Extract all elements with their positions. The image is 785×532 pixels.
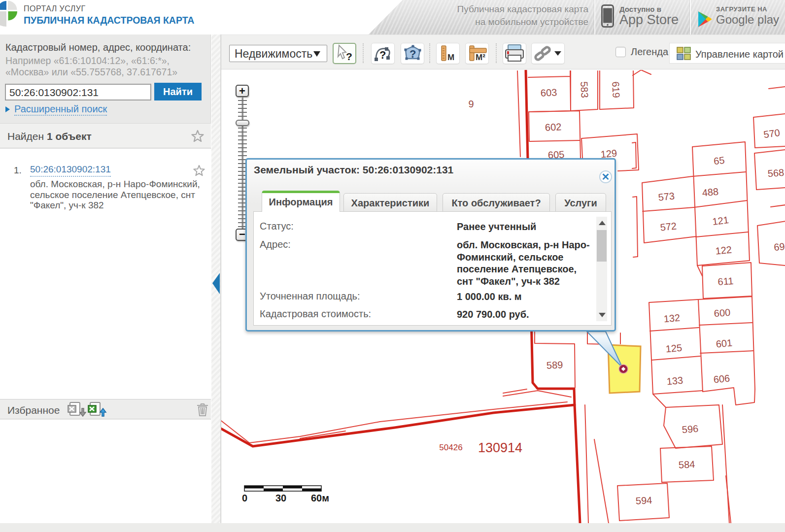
svg-text:573: 573 [658, 190, 675, 202]
svg-text:?: ? [346, 51, 352, 62]
svg-text:572: 572 [660, 220, 677, 233]
svg-text:583: 583 [579, 81, 590, 98]
svg-text:594: 594 [635, 495, 652, 506]
svg-text:601: 601 [716, 337, 733, 350]
svg-text:М: М [447, 53, 454, 62]
svg-text:50426: 50426 [439, 443, 462, 452]
svg-text:596: 596 [682, 423, 699, 435]
svg-text:602: 602 [545, 121, 561, 133]
svg-text:488: 488 [702, 186, 719, 199]
svg-text:?: ? [379, 49, 386, 61]
svg-text:600: 600 [714, 307, 731, 319]
svg-text:584: 584 [678, 459, 695, 470]
svg-text:568: 568 [767, 167, 785, 179]
svg-text:611: 611 [717, 275, 734, 287]
svg-text:125: 125 [665, 342, 683, 355]
svg-text:М²: М² [476, 53, 485, 62]
svg-text:121: 121 [712, 214, 729, 227]
svg-text:122: 122 [715, 244, 732, 256]
svg-text:69: 69 [773, 241, 785, 253]
svg-text:133: 133 [666, 375, 683, 387]
svg-text:65: 65 [713, 155, 725, 166]
svg-text:606: 606 [713, 373, 730, 385]
svg-text:589: 589 [546, 359, 563, 371]
svg-text:?: ? [410, 48, 416, 60]
svg-text:603: 603 [540, 87, 557, 99]
svg-text:130914: 130914 [478, 440, 522, 455]
svg-text:9: 9 [468, 99, 474, 109]
svg-text:570: 570 [763, 127, 781, 140]
svg-text:619: 619 [610, 81, 622, 98]
svg-text:132: 132 [663, 312, 681, 325]
